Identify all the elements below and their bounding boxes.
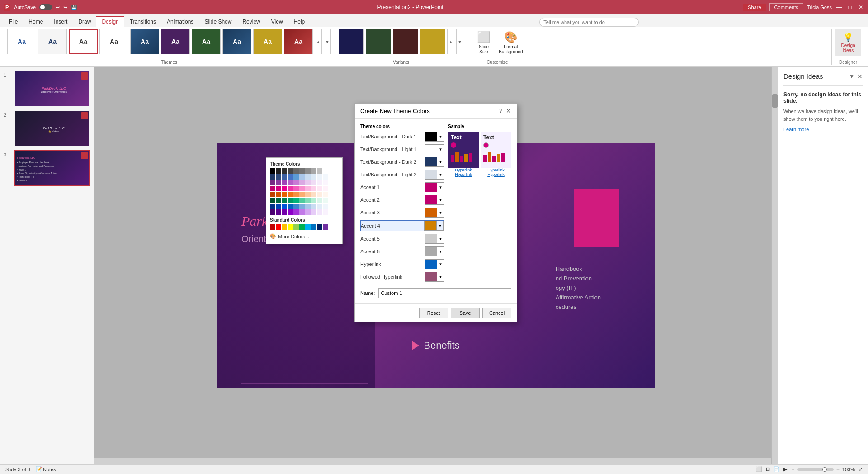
standard-color-cell[interactable] [293, 224, 299, 230]
color-dropdown-accent4[interactable]: ▼ [437, 221, 444, 231]
color-dropdown-accent2[interactable]: ▼ [437, 195, 444, 205]
color-cell[interactable] [323, 174, 328, 180]
color-dropdown-hyperlink[interactable]: ▼ [437, 259, 444, 269]
theme-5[interactable]: Aa [130, 29, 159, 54]
color-cell[interactable] [311, 204, 316, 209]
color-cell[interactable] [299, 168, 305, 174]
theme-2[interactable]: Aa [38, 29, 67, 54]
color-cell[interactable] [305, 174, 311, 180]
standard-color-cell[interactable] [305, 224, 311, 230]
color-cell[interactable] [299, 204, 305, 209]
theme-8[interactable]: Aa [222, 29, 251, 54]
color-cell[interactable] [293, 204, 299, 209]
slide-size-button[interactable]: ⬜ Slide Size [471, 29, 496, 56]
variant-2[interactable] [366, 29, 391, 54]
color-cell[interactable] [323, 198, 328, 203]
color-cell[interactable] [282, 198, 287, 203]
color-cell[interactable] [276, 192, 281, 197]
theme-4[interactable]: Aa [99, 29, 128, 54]
color-picker-light2[interactable]: ▼ [425, 170, 444, 180]
color-picker-accent4[interactable]: ▼ [424, 221, 444, 231]
standard-color-cell[interactable] [311, 224, 316, 230]
themes-scroll-down[interactable]: ▼ [324, 29, 331, 54]
color-dropdown-accent3[interactable]: ▼ [437, 208, 444, 218]
autosave-toggle[interactable] [39, 4, 52, 10]
close-button[interactable]: ✕ [857, 4, 864, 11]
cancel-button[interactable]: Cancel [482, 308, 511, 318]
color-cell[interactable] [288, 198, 293, 203]
standard-color-cell[interactable] [323, 224, 328, 230]
color-cell[interactable] [276, 186, 281, 191]
color-cell[interactable] [299, 198, 305, 203]
save-icon[interactable]: 💾 [71, 5, 77, 10]
color-cell[interactable] [323, 192, 328, 197]
color-cell[interactable] [288, 209, 293, 215]
color-cell[interactable] [311, 186, 316, 191]
tab-slideshow[interactable]: Slide Show [199, 17, 237, 27]
tab-home[interactable]: Home [23, 17, 48, 27]
standard-color-cell[interactable] [299, 224, 305, 230]
comments-button[interactable]: Comments [769, 3, 803, 11]
color-cell[interactable] [299, 209, 305, 215]
color-cell[interactable] [323, 209, 328, 215]
color-picker-dark2[interactable]: ▼ [425, 157, 444, 167]
theme-7[interactable]: Aa [192, 29, 221, 54]
design-panel-close-icon[interactable]: ✕ [857, 73, 863, 80]
color-cell[interactable] [317, 192, 322, 197]
color-cell[interactable] [317, 174, 322, 180]
color-cell[interactable] [288, 168, 293, 174]
tab-view[interactable]: View [266, 17, 288, 27]
color-cell[interactable] [270, 180, 275, 185]
color-cell[interactable] [317, 180, 322, 185]
color-cell[interactable] [276, 209, 281, 215]
color-cell[interactable] [282, 174, 287, 180]
color-dropdown-dark1[interactable]: ▼ [437, 132, 444, 142]
dialog-close-icon[interactable]: ✕ [506, 107, 511, 114]
color-cell[interactable] [270, 174, 275, 180]
color-picker-followed-hyperlink[interactable]: ▼ [425, 272, 444, 282]
color-cell[interactable] [276, 168, 281, 174]
view-reading-icon[interactable]: 📄 [774, 466, 780, 472]
minimize-button[interactable]: — [835, 4, 843, 11]
zoom-out-button[interactable]: － [791, 466, 796, 473]
color-picker-dark1[interactable]: ▼ [425, 132, 444, 142]
design-panel-collapse-icon[interactable]: ▼ [849, 73, 854, 80]
tab-draw[interactable]: Draw [73, 17, 96, 27]
search-input[interactable] [539, 18, 639, 27]
color-cell[interactable] [323, 180, 328, 185]
color-cell[interactable] [282, 209, 287, 215]
share-button[interactable]: Share [743, 4, 765, 11]
color-picker-accent1[interactable]: ▼ [425, 182, 444, 192]
reset-button[interactable]: Reset [419, 308, 448, 318]
color-cell[interactable] [282, 192, 287, 197]
color-swatch-accent4[interactable] [424, 221, 437, 231]
color-cell[interactable] [317, 198, 322, 203]
name-input[interactable] [378, 288, 511, 298]
color-swatch-dark1[interactable] [425, 132, 437, 142]
variants-scroll-up[interactable]: ▲ [447, 29, 454, 54]
theme-6[interactable]: Aa [161, 29, 190, 54]
color-cell[interactable] [317, 168, 322, 174]
color-cell[interactable] [282, 186, 287, 191]
zoom-slider[interactable] [797, 468, 834, 471]
color-cell[interactable] [288, 174, 293, 180]
color-cell[interactable] [276, 198, 281, 203]
color-cell[interactable] [293, 198, 299, 203]
fit-slide-button[interactable]: ⤢ [859, 466, 863, 472]
color-cell[interactable] [270, 186, 275, 191]
color-cell[interactable] [293, 186, 299, 191]
color-cell[interactable] [317, 209, 322, 215]
color-cell[interactable] [282, 204, 287, 209]
color-cell[interactable] [311, 192, 316, 197]
color-cell[interactable] [311, 168, 316, 174]
view-slide-sorter-icon[interactable]: ⊞ [766, 466, 770, 472]
color-cell[interactable] [270, 209, 275, 215]
color-cell[interactable] [293, 174, 299, 180]
zoom-in-button[interactable]: ＋ [835, 466, 840, 473]
design-ideas-button[interactable]: 💡 Design Ideas [835, 29, 861, 56]
slide-item-1[interactable]: 1 ParkDeck, LLC Employee Orientation [4, 71, 90, 107]
color-cell[interactable] [305, 198, 311, 203]
color-dropdown-dark2[interactable]: ▼ [437, 157, 444, 167]
color-cell[interactable] [270, 198, 275, 203]
color-cell[interactable] [305, 204, 311, 209]
